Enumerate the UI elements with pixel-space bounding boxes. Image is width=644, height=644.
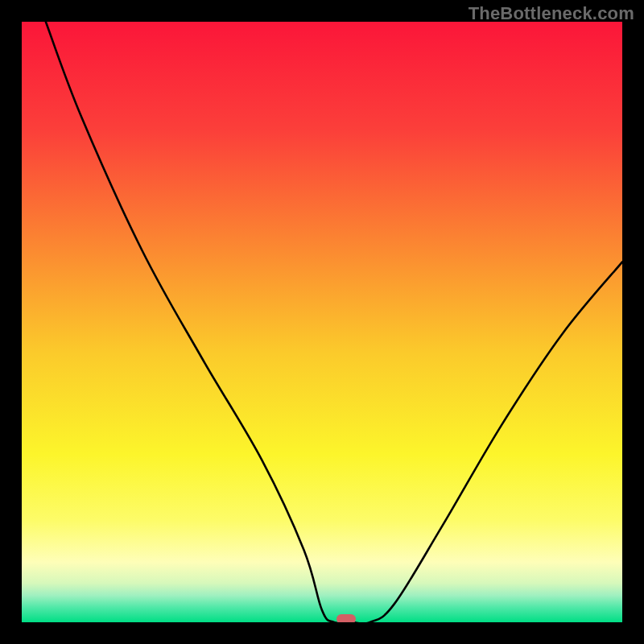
plot-area — [22, 22, 622, 622]
watermark-label: TheBottleneck.com — [469, 3, 634, 24]
bottleneck-curve — [22, 22, 622, 622]
chart-container: TheBottleneck.com — [0, 0, 644, 644]
optimal-marker — [336, 614, 356, 622]
